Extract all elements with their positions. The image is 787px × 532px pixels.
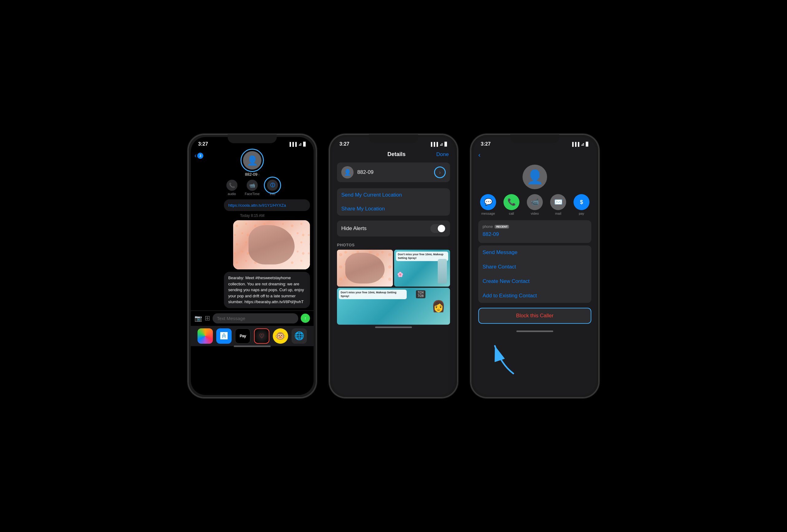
details-header: Details Done <box>332 149 455 163</box>
details-screen: 3:27 ▐▐▐ ⊿ ▊ Details Done 👤 882-09 › <box>332 137 455 395</box>
person-icon: 👤 <box>247 155 258 166</box>
message-action[interactable]: 💬 message <box>479 194 497 215</box>
mail-action-label: mail <box>555 212 561 215</box>
share-contact-row[interactable]: Share Contact <box>483 260 587 274</box>
photo-1[interactable] <box>337 250 393 286</box>
status-time-1: 3:27 <box>198 141 208 147</box>
video-icon: 📹 <box>531 198 539 206</box>
contact-options: Send Message Share Contact Create New Co… <box>478 246 591 303</box>
details-person-icon: 👤 <box>344 169 352 176</box>
contact-avatar-section-3: 👤 <box>473 162 596 194</box>
back-chevron: ‹ <box>194 152 197 160</box>
contact-avatar-large: 👤 <box>523 165 547 189</box>
details-title: Details <box>387 151 405 157</box>
signal-icon-3: ▐▐▐ <box>571 142 579 147</box>
send-message-row[interactable]: Send Message <box>483 246 587 260</box>
audio-icon: 📞 <box>227 180 237 191</box>
details-contact-row[interactable]: 👤 882-09 › <box>337 163 450 182</box>
apps-icon[interactable]: ⊞ <box>205 314 210 322</box>
message-link[interactable]: https://coola.attn.tv/l/1Y1/HYXZa <box>228 203 286 208</box>
back-button[interactable]: ‹ 3 <box>194 152 204 160</box>
phone-1: 3:27 ▐▐▐ ⊿ ▊ ‹ 3 👤 <box>188 134 317 398</box>
send-button[interactable]: ↑ <box>301 314 310 323</box>
wifi-icon-3: ⊿ <box>581 142 584 147</box>
send-location-button[interactable]: Send My Current Location <box>341 188 446 202</box>
messages-screen: 3:27 ▐▐▐ ⊿ ▊ ‹ 3 👤 <box>191 137 314 395</box>
facetime-label: FaceTime <box>245 192 260 196</box>
phone-number[interactable]: 882-09 <box>483 230 587 240</box>
message-timestamp: Today 8:15 AM <box>194 211 310 220</box>
home-bar-1 <box>234 345 271 347</box>
facetime-icon: 📹 <box>247 180 258 191</box>
contact-phone-section: phone RECENT 882-09 <box>478 220 591 243</box>
call-action[interactable]: 📞 call <box>502 194 521 215</box>
pay-action-icon: $ <box>574 194 590 210</box>
hide-alerts-toggle[interactable] <box>430 224 446 233</box>
status-time-2: 3:27 <box>339 141 349 147</box>
world-app-icon[interactable]: 🌐 <box>292 328 307 344</box>
chevron-highlight: › <box>434 167 446 178</box>
status-icons-1: ▐▐▐ ⊿ ▊ <box>288 142 306 147</box>
contact-name-label: 882-09 › <box>245 172 259 177</box>
message-input[interactable]: Text Message <box>213 313 298 323</box>
audio-label: audio <box>228 192 236 196</box>
add-to-contact-row[interactable]: Add to Existing Contact <box>483 289 587 303</box>
message-input-bar: 📷 ⊞ Text Message ↑ <box>191 311 314 326</box>
pay-action[interactable]: $ pay <box>572 194 591 215</box>
create-contact-row[interactable]: Create New Contact <box>483 274 587 289</box>
info-button[interactable]: ⓘ info <box>267 180 278 196</box>
app-dock: 🅰 Pay ♡ 🐵 🌐 <box>191 326 314 346</box>
contact-avatar[interactable]: 👤 <box>243 151 261 170</box>
appstore-app-icon[interactable]: 🅰 <box>216 328 232 344</box>
hide-alerts-row: Hide Alerts <box>337 220 450 236</box>
details-contact-avatar: 👤 <box>341 166 354 178</box>
back-badge: 3 <box>197 153 204 159</box>
applepay-app-icon[interactable]: Pay <box>235 328 250 344</box>
phone-notch-1 <box>228 134 277 143</box>
link-bubble: https://coola.attn.tv/l/1Y1/HYXZa <box>224 199 310 211</box>
done-button[interactable]: Done <box>436 151 449 157</box>
add-to-contact-text: Add to Existing Contact <box>483 293 537 299</box>
mail-action[interactable]: ✉️ mail <box>549 194 567 215</box>
photo-2[interactable]: Don't miss your free 10mL Makeup Setting… <box>394 250 450 286</box>
message-header: ‹ 3 👤 882-09 › 📞 <box>191 149 314 199</box>
share-location-button[interactable]: Share My Location <box>341 202 446 216</box>
call-icon: 📞 <box>508 198 516 206</box>
photo-3[interactable]: Don't miss your free 10mL Makeup Setting… <box>337 288 450 325</box>
fitness-app-icon[interactable]: ♡ <box>254 328 270 344</box>
home-bar-2 <box>375 326 412 328</box>
image-bubble <box>233 220 310 269</box>
home-bar-3 <box>516 331 553 332</box>
photos-app-icon[interactable] <box>197 328 213 344</box>
toggle-knob <box>438 225 445 232</box>
contact-back-button[interactable]: ‹ <box>478 151 481 159</box>
camera-icon[interactable]: 📷 <box>194 315 202 322</box>
details-chevron-icon: › <box>439 169 441 176</box>
video-action[interactable]: 📹 video <box>526 194 544 215</box>
video-action-label: video <box>531 212 539 215</box>
message-icon: 💬 <box>484 198 492 206</box>
contact-actions-row: 💬 message 📞 call 📹 video ✉️ ma <box>473 194 596 220</box>
message-bubble-area: https://coola.attn.tv/l/1Y1/HYXZa Today … <box>191 199 314 311</box>
signal-icon-1: ▐▐▐ <box>288 142 297 147</box>
battery-icon-2: ▊ <box>445 142 448 147</box>
create-contact-text: Create New Contact <box>483 278 530 284</box>
call-action-label: call <box>509 212 514 215</box>
info-icon: ⓘ <box>267 180 278 191</box>
memoji-app-icon[interactable]: 🐵 <box>273 328 288 344</box>
status-icons-3: ▐▐▐ ⊿ ▊ <box>571 142 589 147</box>
home-indicator-2 <box>332 325 455 328</box>
mail-icon: ✉️ <box>554 198 562 206</box>
battery-icon-1: ▊ <box>303 142 306 147</box>
contact-screen: 3:27 ▐▐▐ ⊿ ▊ ‹ 👤 💬 message <box>473 137 596 395</box>
facetime-button[interactable]: 📹 FaceTime <box>245 180 260 196</box>
contact-avatar-section: 👤 882-09 › <box>243 151 261 177</box>
photos-grid: Don't miss your free 10mL Makeup Setting… <box>337 250 450 325</box>
phone-2: 3:27 ▐▐▐ ⊿ ▊ Details Done 👤 882-09 › <box>329 134 458 398</box>
signal-icon-2: ▐▐▐ <box>429 142 438 147</box>
location-section: Send My Current Location Share My Locati… <box>337 188 450 216</box>
mail-action-icon: ✉️ <box>550 194 566 210</box>
block-caller-button[interactable]: Block this Caller <box>478 308 591 324</box>
battery-icon-3: ▊ <box>586 142 589 147</box>
audio-button[interactable]: 📞 audio <box>227 180 237 196</box>
